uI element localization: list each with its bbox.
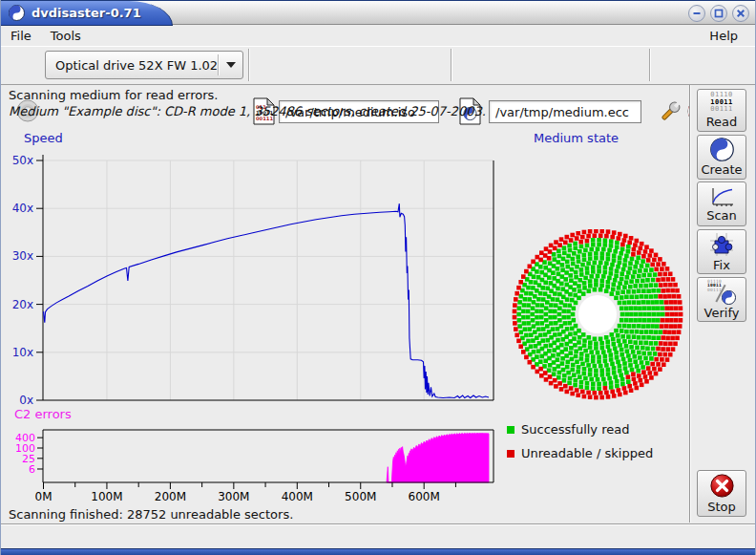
- window-title: dvdisaster-0.71: [32, 6, 141, 20]
- app-yinyang-icon: [9, 5, 25, 21]
- menu-file[interactable]: File: [10, 27, 39, 45]
- svg-text:300M: 300M: [218, 490, 249, 503]
- preferences-wrench-icon[interactable]: [658, 98, 683, 128]
- create-yinyang-icon: [710, 138, 734, 161]
- menu-tools[interactable]: Tools: [51, 27, 89, 45]
- read-binary-icon: 01110 10011 00111: [710, 92, 733, 113]
- speed-chart-title: Speed: [24, 131, 63, 145]
- chevron-down-icon: [219, 62, 242, 68]
- menubar: File Tools Help: [1, 26, 755, 46]
- menu-help[interactable]: Help: [709, 27, 746, 45]
- legend-successfully-read: Successfully read: [507, 422, 629, 437]
- medium-state-disc: [507, 229, 693, 401]
- svg-text:50x: 50x: [12, 154, 33, 167]
- toolbar: Optical drive 52X FW 1.02 011 10011 0011…: [1, 46, 755, 85]
- svg-text:100M: 100M: [91, 490, 122, 503]
- svg-text:10x: 10x: [12, 346, 33, 359]
- legend-red-chip: [507, 450, 514, 458]
- drive-selector-value: Optical drive 52X FW 1.02: [46, 58, 218, 73]
- fix-puzzle-icon: [709, 232, 734, 257]
- verify-icon: 01110 10011 00111: [707, 280, 736, 305]
- statusbar: View log: [1, 525, 755, 548]
- legend-green-chip: [507, 426, 514, 434]
- svg-text:600M: 600M: [409, 490, 440, 503]
- maximize-button[interactable]: [710, 5, 727, 22]
- read-button[interactable]: 01110 10011 00111 Read: [697, 89, 746, 132]
- svg-text:500M: 500M: [345, 490, 376, 503]
- svg-text:20x: 20x: [12, 298, 33, 311]
- action-sidebar: 01110 10011 00111 Read Create: [689, 85, 755, 523]
- scan-chart-icon: [708, 186, 735, 207]
- svg-text:200M: 200M: [155, 490, 186, 503]
- scan-button[interactable]: Scan: [697, 181, 746, 226]
- svg-text:30x: 30x: [12, 249, 33, 263]
- c2-errors-title: C2 errors: [14, 407, 72, 421]
- window-bottom-border: [1, 548, 755, 555]
- scan-result-status: Scanning finished: 28752 unreadable sect…: [9, 507, 293, 522]
- titlebar-tab[interactable]: dvdisaster-0.71: [1, 1, 173, 26]
- c2-errors-chart: 4001002560M100M200M300M400M500M600M: [1, 424, 507, 506]
- fix-button[interactable]: Fix: [697, 229, 746, 274]
- verify-button[interactable]: 01110 10011 00111 Verify: [697, 277, 746, 322]
- drive-selector[interactable]: Optical drive 52X FW 1.02: [45, 51, 243, 79]
- create-button[interactable]: Create: [697, 135, 746, 180]
- status-line-2: Medium "Example disc": CD-R mode 1, 3524…: [9, 104, 486, 118]
- minimize-button[interactable]: [688, 5, 705, 22]
- svg-text:400M: 400M: [282, 490, 313, 503]
- svg-text:6: 6: [29, 463, 35, 476]
- medium-state-title: Medium state: [534, 131, 619, 145]
- titlebar: dvdisaster-0.71: [1, 0, 755, 25]
- ecc-path-input[interactable]: [489, 100, 641, 123]
- stop-icon: [709, 473, 735, 499]
- status-line-1: Scanning medium for read errors.: [9, 88, 218, 102]
- svg-text:0M: 0M: [35, 490, 52, 503]
- close-button[interactable]: [732, 5, 749, 22]
- speed-chart: 0x10x20x30x40x50x: [1, 147, 507, 407]
- stop-button[interactable]: Stop: [697, 470, 746, 517]
- dvdisaster-window: dvdisaster-0.71 File Tools Help: [0, 0, 756, 555]
- legend-unreadable-skipped: Unreadable / skipped: [507, 446, 653, 460]
- svg-text:0x: 0x: [19, 394, 33, 407]
- svg-text:40x: 40x: [12, 202, 33, 215]
